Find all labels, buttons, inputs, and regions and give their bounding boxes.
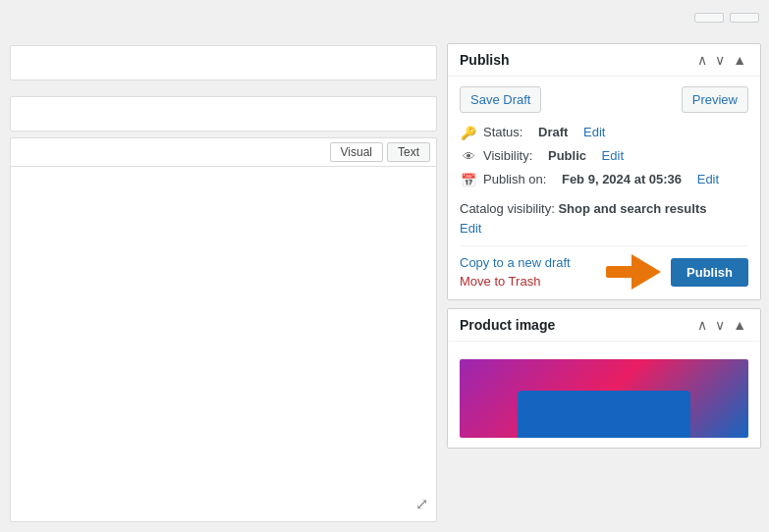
visual-tab[interactable]: Visual (330, 142, 383, 162)
publish-metabox-controls: ∧ ∨ ▲ (695, 52, 748, 68)
top-bar-btn-2[interactable] (730, 13, 759, 23)
product-image-metabox-body (448, 342, 760, 448)
collapse-down-btn[interactable]: ∨ (713, 52, 727, 68)
publish-metabox: Publish ∧ ∨ ▲ Save Draft Preview (447, 43, 761, 300)
calendar-icon: 📅 (460, 173, 477, 187)
top-bar-btn-1[interactable] (694, 13, 724, 23)
publish-on-value: Feb 9, 2024 at 05:36 (562, 172, 682, 186)
publish-on-row: 📅 Publish on: Feb 9, 2024 at 05:36 Edit (460, 172, 748, 187)
product-image-collapse-btn[interactable]: ▲ (731, 317, 748, 333)
top-bar (0, 0, 769, 35)
collapse-up-btn[interactable]: ∧ (695, 52, 709, 68)
product-image-metabox-controls: ∧ ∨ ▲ (695, 317, 748, 333)
visibility-edit-link[interactable]: Edit (602, 148, 624, 163)
publish-right: Publish (606, 254, 748, 290)
publish-button[interactable]: Publish (671, 258, 748, 287)
save-draft-button[interactable]: Save Draft (460, 86, 541, 113)
product-image-metabox: Product image ∧ ∨ ▲ (447, 308, 761, 449)
product-image-down-btn[interactable]: ∨ (713, 317, 727, 333)
visibility-row: 👁 Visibility: Public Edit (460, 148, 748, 164)
catalog-edit-link[interactable]: Edit (460, 221, 481, 236)
status-edit-link[interactable]: Edit (583, 125, 605, 139)
secondary-input[interactable] (10, 96, 437, 132)
text-tab[interactable]: Text (387, 142, 430, 162)
publish-meta: 🔑 Status: Draft Edit 👁 Visibility: Publi… (460, 125, 748, 187)
publish-metabox-title: Publish (460, 52, 510, 68)
right-panel: Publish ∧ ∨ ▲ Save Draft Preview (447, 35, 769, 532)
preview-button[interactable]: Preview (682, 86, 748, 113)
catalog-value: Shop and search results (558, 201, 706, 216)
publish-actions: Save Draft Preview (460, 86, 748, 113)
arrow-container (606, 254, 661, 290)
collapse-btn[interactable]: ▲ (731, 52, 748, 68)
status-value: Draft (538, 125, 568, 139)
status-label: Status: (483, 125, 522, 139)
copy-to-draft-link[interactable]: Copy to a new draft (460, 255, 571, 270)
publish-footer: Copy to a new draft Move to Trash Publis… (460, 254, 748, 290)
visibility-value: Public (548, 148, 586, 163)
fullscreen-icon[interactable]: ⤢ (415, 495, 428, 513)
product-image-up-btn[interactable]: ∧ (695, 317, 709, 333)
editor-area: Visual Text ⤢ (10, 137, 437, 522)
left-panel: Visual Text ⤢ (0, 35, 447, 532)
editor-content[interactable]: ⤢ (11, 167, 436, 521)
publish-metabox-body: Save Draft Preview 🔑 Status: Draft Edit (448, 77, 760, 299)
publish-on-edit-link[interactable]: Edit (697, 172, 719, 186)
product-image-preview[interactable] (460, 359, 748, 438)
publish-metabox-header: Publish ∧ ∨ ▲ (448, 44, 760, 77)
move-to-trash-link[interactable]: Move to Trash (460, 274, 571, 289)
arrow-shaft (606, 266, 633, 278)
catalog-visibility: Catalog visibility: Shop and search resu… (460, 199, 748, 238)
title-input[interactable] (10, 45, 437, 80)
product-image-metabox-title: Product image (460, 317, 555, 333)
key-icon: 🔑 (460, 126, 477, 140)
eye-icon: 👁 (460, 149, 477, 164)
publish-footer-links: Copy to a new draft Move to Trash (460, 255, 571, 289)
product-image-metabox-header: Product image ∧ ∨ ▲ (448, 309, 760, 342)
arrow-icon (632, 254, 661, 290)
catalog-label: Catalog visibility: (460, 201, 555, 216)
editor-toolbar: Visual Text (11, 138, 436, 167)
visibility-label: Visibility: (483, 148, 532, 163)
publish-on-label: Publish on: (483, 172, 546, 186)
status-row: 🔑 Status: Draft Edit (460, 125, 748, 140)
divider (460, 245, 748, 246)
